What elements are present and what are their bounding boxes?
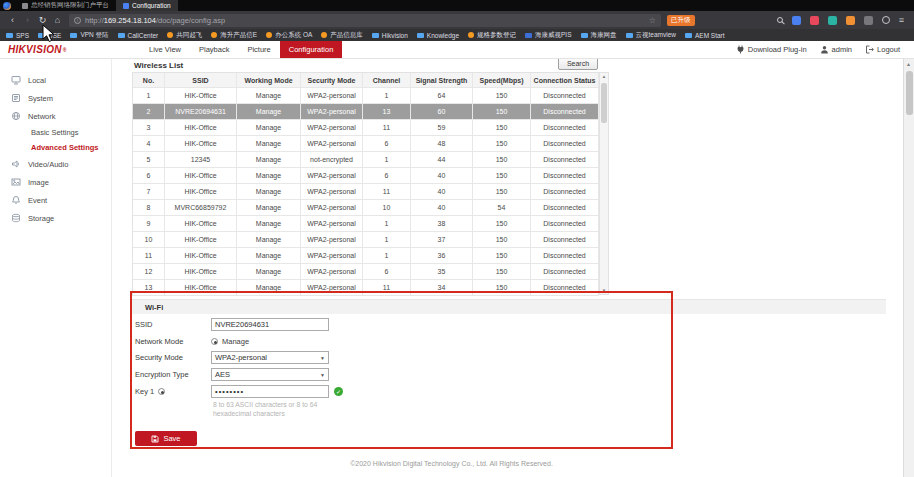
menu-icon[interactable]: ≡ xyxy=(899,11,904,29)
url-host: 169.254.18.104 xyxy=(104,16,156,25)
account-icon[interactable] xyxy=(882,16,890,24)
table-cell: 1 xyxy=(363,248,411,264)
bookmark-item[interactable]: 海康威视PIS xyxy=(525,31,571,40)
bookmark-star-icon[interactable]: ☆ xyxy=(649,16,656,25)
sidebar-item-system[interactable]: System xyxy=(0,89,111,107)
bookmark-folder-icon xyxy=(38,33,45,38)
scroll-down-icon[interactable]: ▼ xyxy=(600,288,608,293)
key-label: Key 1 xyxy=(135,387,211,396)
sidebar-item-network[interactable]: Network xyxy=(0,107,111,125)
bookmark-item[interactable]: AEM Start xyxy=(685,32,725,39)
wireless-table-row[interactable]: 7HIK-OfficeManageWPA2-personal1140150Dis… xyxy=(133,184,599,200)
browser-tab-active[interactable]: Configuration xyxy=(116,0,178,11)
column-header: Channel xyxy=(363,73,411,88)
sidebar-item-local[interactable]: Local xyxy=(0,71,111,89)
table-scrollbar[interactable]: ▲ ▼ xyxy=(599,72,609,295)
bookmark-item[interactable]: VPN 登陆 xyxy=(70,31,108,40)
page-scrollbar-thumb[interactable] xyxy=(906,71,913,115)
table-cell: HIK-Office xyxy=(165,120,237,136)
wireless-table-row[interactable]: 4HIK-OfficeManageWPA2-personal648150Disc… xyxy=(133,136,599,152)
table-cell: WPA2-personal xyxy=(301,120,363,136)
back-icon[interactable]: ‹ xyxy=(5,11,20,29)
sidebar-item-storage[interactable]: Storage xyxy=(0,209,111,227)
wireless-table-row[interactable]: 3HIK-OfficeManageWPA2-personal1159150Dis… xyxy=(133,120,599,136)
bookmark-item[interactable]: Knowledge xyxy=(417,32,459,39)
table-cell: Disconnected xyxy=(531,232,599,248)
forward-icon[interactable]: › xyxy=(20,11,35,29)
bookmark-item[interactable]: 云视teamview xyxy=(626,31,676,40)
download-plugin-link[interactable]: Download Plug-in xyxy=(736,45,807,54)
scroll-up-icon[interactable]: ▲ xyxy=(904,61,913,67)
wireless-table-row[interactable]: 2NVRE20694631ManageWPA2-personal1360150D… xyxy=(133,104,599,120)
refresh-icon[interactable]: ↻ xyxy=(35,11,50,29)
table-cell: 4 xyxy=(133,136,165,152)
sidebar-item-event[interactable]: Event xyxy=(0,191,111,209)
logout-button[interactable]: Logout xyxy=(865,45,900,54)
extension-red-icon[interactable] xyxy=(810,16,819,25)
bookmark-item[interactable]: CallCenter xyxy=(118,32,159,39)
wireless-table-row[interactable]: 1HIK-OfficeManageWPA2-personal164150Disc… xyxy=(133,88,599,104)
table-cell: 44 xyxy=(411,152,473,168)
wireless-table-row[interactable]: 11HIK-OfficeManageWPA2-personal136150Dis… xyxy=(133,248,599,264)
site-info-icon[interactable]: i xyxy=(74,17,81,24)
browser-tab-inactive[interactable]: 总经销售网络限制门户平台 xyxy=(15,0,116,11)
save-button[interactable]: Save xyxy=(135,431,197,446)
extension-gray-icon[interactable] xyxy=(864,16,873,25)
table-cell: Disconnected xyxy=(531,216,599,232)
bookmark-label: 海升产品信E xyxy=(220,31,257,40)
bookmark-item[interactable]: SPS xyxy=(6,32,29,39)
sidebar-item-label: Video/Audio xyxy=(28,160,68,169)
wireless-table-row[interactable]: 12HIK-OfficeManageWPA2-personal635150Dis… xyxy=(133,264,599,280)
page-scrollbar[interactable]: ▲ xyxy=(903,59,914,477)
table-cell: Manage xyxy=(237,248,301,264)
update-badge[interactable]: 已升级 xyxy=(667,15,695,26)
nav-tab-configuration[interactable]: Configuration xyxy=(280,41,343,58)
sidebar-item-image[interactable]: Image xyxy=(0,173,111,191)
bookmark-dot-icon xyxy=(321,32,327,38)
sidebar-item-advanced-settings[interactable]: Advanced Settings xyxy=(0,140,111,155)
url-bar[interactable]: i http://169.254.18.104/doc/page/config.… xyxy=(69,14,661,27)
ssid-input[interactable]: NVRE20694631 xyxy=(211,318,329,331)
bookmark-item[interactable]: 产品信息库 xyxy=(321,31,363,40)
bookmark-label: 共同起飞 xyxy=(176,31,202,40)
key-input[interactable]: •••••••• xyxy=(211,385,329,398)
bookmark-label: CallCenter xyxy=(128,32,159,39)
table-cell: HIK-Office xyxy=(165,232,237,248)
encryption-type-value: AES xyxy=(215,370,230,379)
extension-orange-icon[interactable] xyxy=(846,16,855,25)
bookmark-item[interactable]: USE xyxy=(38,32,61,39)
nav-tab-live-view[interactable]: Live View xyxy=(140,41,190,58)
home-icon[interactable]: ⌂ xyxy=(50,11,65,29)
sidebar-item-basic-settings[interactable]: Basic Settings xyxy=(0,125,111,140)
network-mode-radio[interactable] xyxy=(211,338,218,345)
bookmark-item[interactable]: 规格参数登记 xyxy=(468,31,516,40)
wireless-table-row[interactable]: 10HIK-OfficeManageWPA2-personal137150Dis… xyxy=(133,232,599,248)
bookmark-item[interactable]: 海升产品信E xyxy=(211,31,257,40)
scroll-up-icon[interactable]: ▲ xyxy=(600,74,608,79)
extension-blue-icon[interactable] xyxy=(792,16,801,25)
wireless-table-row[interactable]: 8MVRC66859792ManageWPA2-personal104054Di… xyxy=(133,200,599,216)
table-cell: Manage xyxy=(237,104,301,120)
bookmark-item[interactable]: 办公系统 OA xyxy=(266,31,312,40)
key1-radio[interactable] xyxy=(158,388,165,395)
wireless-table-row[interactable]: 512345Managenot-encrypted144150Disconnec… xyxy=(133,152,599,168)
nav-tab-picture[interactable]: Picture xyxy=(238,41,279,58)
bookmark-item[interactable]: 共同起飞 xyxy=(167,31,202,40)
wireless-table-row[interactable]: 9HIK-OfficeManageWPA2-personal138150Disc… xyxy=(133,216,599,232)
search-icon[interactable] xyxy=(777,17,783,23)
wireless-table-row[interactable]: 6HIK-OfficeManageWPA2-personal640150Disc… xyxy=(133,168,599,184)
extension-teal-icon[interactable] xyxy=(828,16,837,25)
wireless-list-title: Wireless List xyxy=(134,61,183,70)
bookmark-item[interactable]: 海康网盘 xyxy=(581,31,617,40)
table-scrollbar-thumb[interactable] xyxy=(601,83,607,123)
sidebar-item-video-audio[interactable]: Video/Audio xyxy=(0,155,111,173)
user-menu[interactable]: admin xyxy=(820,45,852,54)
nav-tab-playback[interactable]: Playback xyxy=(190,41,238,58)
firefox-logo-icon[interactable] xyxy=(3,2,11,10)
table-cell: 150 xyxy=(473,120,531,136)
encryption-type-select[interactable]: AES ▼ xyxy=(211,368,329,381)
bookmark-item[interactable]: Hikvision xyxy=(372,32,408,39)
security-mode-select[interactable]: WPA2-personal ▼ xyxy=(211,351,329,364)
wireless-table-row[interactable]: 13HIK-OfficeManageWPA2-personal1134150Di… xyxy=(133,280,599,296)
bookmark-folder-icon xyxy=(6,33,13,38)
